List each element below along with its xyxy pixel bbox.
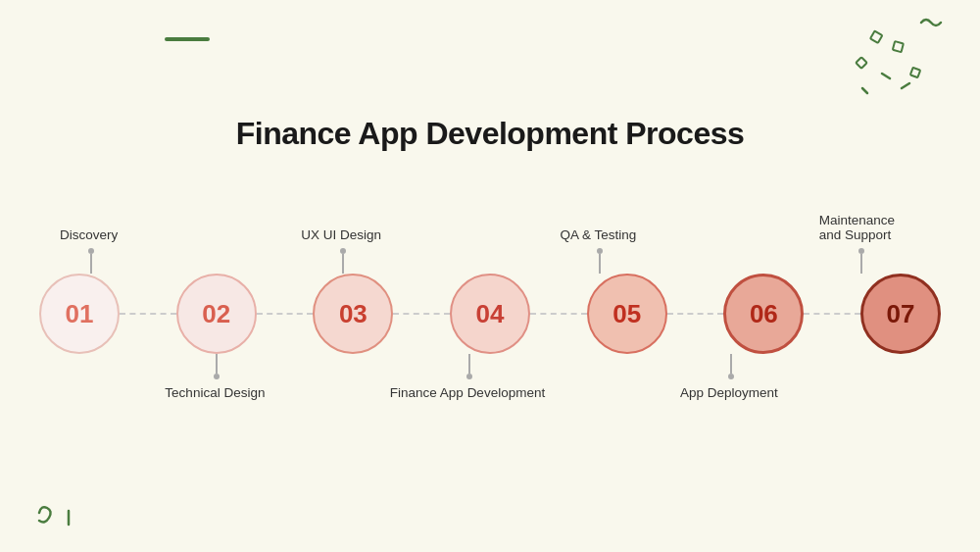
pin-bottom-6 bbox=[730, 354, 732, 374]
connector-3-4 bbox=[393, 313, 450, 315]
pin-dot-bottom-2 bbox=[214, 374, 220, 379]
page-container: Finance App Development Process Discover… bbox=[0, 0, 980, 552]
label-bottom-step6: App Deployment bbox=[680, 385, 778, 400]
connector-4-5 bbox=[530, 313, 587, 315]
circle-1: 01 bbox=[39, 274, 120, 354]
deco-top-left-dash bbox=[165, 37, 210, 41]
pin-top-1 bbox=[90, 254, 92, 274]
label-top-step7: Maintenance and Support bbox=[819, 213, 901, 242]
svg-rect-3 bbox=[910, 68, 920, 77]
circle-3: 03 bbox=[313, 274, 393, 354]
pin-top-3 bbox=[342, 254, 344, 274]
step-4: 04 bbox=[450, 274, 530, 354]
connector-6-7 bbox=[804, 313, 860, 315]
label-bottom-step2: Technical Design bbox=[165, 385, 265, 400]
circle-6: 06 bbox=[723, 274, 804, 354]
process-diagram: Discovery UX UI Design QA & Testing Main… bbox=[39, 211, 941, 417]
connector-2-3 bbox=[257, 313, 314, 315]
pin-dot-bottom-6 bbox=[728, 374, 734, 379]
svg-rect-0 bbox=[870, 31, 882, 43]
step-3: 03 bbox=[313, 274, 393, 354]
pin-bottom-2 bbox=[216, 354, 218, 374]
svg-line-6 bbox=[862, 88, 867, 93]
deco-bottom-left bbox=[29, 474, 108, 532]
connector-1-2 bbox=[120, 313, 176, 315]
svg-rect-1 bbox=[893, 41, 904, 52]
label-top-step5: QA & Testing bbox=[560, 227, 636, 242]
step-2: 02 bbox=[176, 274, 257, 354]
svg-line-4 bbox=[882, 74, 890, 78]
step-5: 05 bbox=[587, 274, 667, 354]
step-1: 01 bbox=[39, 274, 120, 354]
connector-5-6 bbox=[667, 313, 724, 315]
pin-top-5 bbox=[599, 254, 601, 274]
svg-line-5 bbox=[902, 83, 909, 88]
pin-dot-bottom-4 bbox=[466, 374, 472, 379]
circle-4: 04 bbox=[450, 274, 530, 354]
circle-5: 05 bbox=[587, 274, 667, 354]
pin-bottom-4 bbox=[468, 354, 470, 374]
svg-rect-2 bbox=[856, 57, 866, 68]
label-bottom-step4: Finance App Development bbox=[390, 385, 545, 400]
step-7: 07 bbox=[860, 274, 941, 354]
label-top-step3: UX UI Design bbox=[301, 227, 381, 242]
circle-7: 07 bbox=[860, 274, 941, 354]
circle-2: 02 bbox=[176, 274, 257, 354]
label-top-step1: Discovery bbox=[60, 227, 118, 242]
page-title: Finance App Development Process bbox=[236, 116, 745, 152]
deco-top-right bbox=[804, 15, 941, 113]
step-6: 06 bbox=[723, 274, 804, 354]
pin-top-7 bbox=[860, 254, 862, 274]
